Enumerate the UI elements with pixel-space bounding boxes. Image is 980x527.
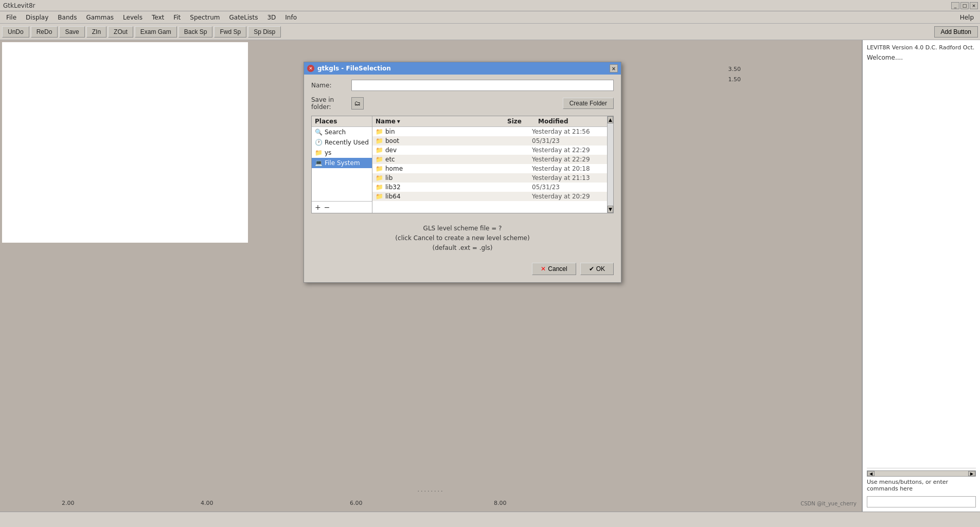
search-icon: 🔍: [315, 129, 323, 136]
file-name-bin: bin: [385, 128, 501, 135]
cancel-button[interactable]: ✕ Cancel: [532, 263, 576, 275]
places-item-recently-used-label: Recently Used: [325, 139, 369, 146]
create-folder-button[interactable]: Create Folder: [563, 98, 614, 109]
col-header-modified[interactable]: Modified: [535, 116, 607, 126]
ys-folder-icon: 📁: [315, 149, 323, 156]
places-list: 🔍 Search 🕐 Recently Used 📁 ys 💻: [312, 127, 372, 201]
file-name-lib64: lib64: [385, 193, 501, 200]
folder-lib64-icon: 📁: [376, 193, 383, 200]
folder-etc-icon: 📁: [376, 156, 383, 163]
dialog-body: Name: Save in folder: 🗂 Create Folder Pl…: [304, 75, 621, 263]
ok-button[interactable]: ✔ OK: [580, 263, 614, 275]
file-row-lib32[interactable]: 📁 lib32 05/31/23: [372, 183, 607, 192]
places-item-recently-used[interactable]: 🕐 Recently Used: [312, 137, 372, 148]
file-row-home[interactable]: 📁 home Yesterday at 20:18: [372, 164, 607, 173]
file-name-dev: dev: [385, 147, 501, 154]
file-row-lib[interactable]: 📁 lib Yesterday at 21:13: [372, 173, 607, 183]
dialog-x-icon: ✕: [307, 65, 314, 72]
file-selection-dialog: ✕ gtkgls - FileSelection × Name: Save in…: [304, 62, 621, 283]
file-browser: Places 🔍 Search 🕐 Recently Used 📁 ys: [311, 116, 614, 213]
file-row-dev[interactable]: 📁 dev Yesterday at 22:29: [372, 146, 607, 155]
file-modified-lib: Yesterday at 21:13: [532, 174, 604, 181]
file-name-home: home: [385, 165, 501, 172]
file-modified-boot: 05/31/23: [532, 137, 604, 144]
recently-used-icon: 🕐: [315, 139, 323, 146]
ok-check-icon: ✔: [589, 265, 594, 272]
folder-lib32-icon: 📁: [376, 184, 383, 191]
file-row-etc[interactable]: 📁 etc Yesterday at 22:29: [372, 155, 607, 164]
add-place-button[interactable]: +: [315, 203, 321, 211]
file-name-boot: boot: [385, 137, 501, 144]
file-name-lib: lib: [385, 174, 501, 181]
scroll-up-btn[interactable]: ▲: [608, 116, 613, 123]
dialog-close-button[interactable]: ×: [610, 64, 618, 72]
col-header-size[interactable]: Size: [504, 116, 535, 126]
cancel-x-icon: ✕: [541, 265, 546, 272]
places-bottom-controls: + −: [312, 201, 372, 213]
files-scrollbar[interactable]: ▲ ▼: [607, 116, 613, 213]
save-in-folder-label: Save in folder:: [311, 96, 347, 111]
col-header-name[interactable]: Name ▾: [372, 116, 504, 126]
scroll-down-btn[interactable]: ▼: [608, 206, 613, 213]
folder-bin-icon: 📁: [376, 128, 383, 135]
places-item-search-label: Search: [325, 129, 346, 136]
folder-boot-icon: 📁: [376, 137, 383, 144]
info-line2: (click Cancel to create a new level sche…: [311, 233, 614, 243]
files-list: 📁 bin Yesterday at 21:56 📁 boot 05/31/23: [372, 127, 607, 213]
info-line3: (default .ext = .gls): [311, 243, 614, 253]
name-input[interactable]: [351, 80, 614, 91]
name-label: Name:: [311, 82, 347, 89]
folder-home-icon: 📁: [376, 165, 383, 172]
file-modified-lib32: 05/31/23: [532, 184, 604, 191]
scroll-track-files: [608, 123, 613, 206]
places-item-filesystem[interactable]: 💻 File System: [312, 158, 372, 168]
file-modified-bin: Yesterday at 21:56: [532, 128, 604, 135]
file-modified-home: Yesterday at 20:18: [532, 165, 604, 172]
remove-place-button[interactable]: −: [324, 203, 330, 211]
files-panel: Name ▾ Size Modified 📁 bin: [372, 116, 607, 213]
places-item-ys-label: ys: [325, 149, 331, 156]
folder-icon-button[interactable]: 🗂: [351, 97, 364, 110]
info-line1: GLS level scheme file = ?: [311, 224, 614, 233]
file-row-lib64[interactable]: 📁 lib64 Yesterday at 20:29: [372, 192, 607, 201]
dialog-footer: ✕ Cancel ✔ OK: [304, 263, 621, 282]
folder-dev-icon: 📁: [376, 147, 383, 154]
places-panel: Places 🔍 Search 🕐 Recently Used 📁 ys: [312, 116, 372, 213]
file-modified-dev: Yesterday at 22:29: [532, 147, 604, 154]
filesystem-icon: 💻: [315, 159, 323, 167]
places-header: Places: [312, 116, 372, 127]
places-item-filesystem-label: File System: [325, 159, 360, 167]
folder-icon: 🗂: [354, 100, 361, 107]
places-item-search[interactable]: 🔍 Search: [312, 127, 372, 137]
save-in-folder-row: Save in folder: 🗂 Create Folder: [311, 96, 614, 111]
folder-lib-icon: 📁: [376, 174, 383, 181]
files-header: Name ▾ Size Modified: [372, 116, 607, 127]
dialog-title: gtkgls - FileSelection: [317, 65, 391, 72]
file-row-boot[interactable]: 📁 boot 05/31/23: [372, 136, 607, 146]
dialog-title-bar: ✕ gtkgls - FileSelection ×: [304, 62, 621, 75]
info-text: GLS level scheme file = ? (click Cancel …: [311, 220, 614, 258]
file-modified-etc: Yesterday at 22:29: [532, 156, 604, 163]
places-item-ys[interactable]: 📁 ys: [312, 148, 372, 158]
name-row: Name:: [311, 80, 614, 91]
file-name-lib32: lib32: [385, 184, 501, 191]
file-modified-lib64: Yesterday at 20:29: [532, 193, 604, 200]
name-sort-arrow: ▾: [397, 118, 400, 125]
file-row-bin[interactable]: 📁 bin Yesterday at 21:56: [372, 127, 607, 136]
file-name-etc: etc: [385, 156, 501, 163]
dialog-overlay: ✕ gtkgls - FileSelection × Name: Save in…: [0, 0, 980, 527]
